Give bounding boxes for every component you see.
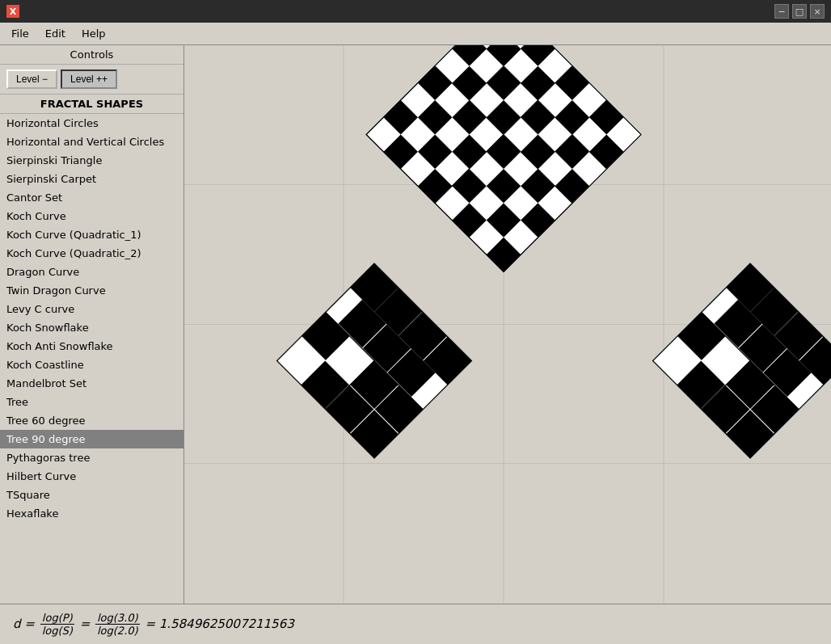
titlebar-controls: − □ × (774, 4, 825, 19)
content: Controls Level − Level ++ FRACTAL SHAPES… (0, 45, 831, 604)
fractal-item[interactable]: Horizontal Circles (0, 114, 183, 133)
fractal-item[interactable]: Koch Anti Snowflake (0, 337, 183, 356)
formula: d = log(P) log(S) = log(3.0) log(2.0) = … (13, 612, 294, 637)
fractal-item[interactable]: Levy C curve (0, 300, 183, 318)
close-button[interactable]: × (810, 4, 825, 19)
fractal-item[interactable]: Cantor Set (0, 188, 183, 207)
fractal-item[interactable]: Koch Coastline (0, 356, 183, 374)
menubar: File Edit Help (0, 23, 831, 45)
fractal-item[interactable]: Tree (0, 393, 183, 411)
fractal-item[interactable]: TSquare (0, 486, 183, 504)
fractal-display (184, 45, 831, 604)
fractal-item[interactable]: Tree 90 degree (0, 430, 183, 448)
fractal-item[interactable]: Pythagoras tree (0, 448, 183, 467)
fractal-item[interactable]: Tree 60 degree (0, 411, 183, 430)
fractal-list: Horizontal CirclesHorizontal and Vertica… (0, 114, 183, 604)
fractal-item[interactable]: Horizontal and Vertical Circles (0, 133, 183, 151)
fractal-shapes-title: FRACTAL SHAPES (0, 95, 183, 114)
fractal-item[interactable]: Sierpinski Carpet (0, 170, 183, 188)
fractal-item[interactable]: Koch Snowflake (0, 318, 183, 337)
menu-help[interactable]: Help (74, 24, 114, 43)
main: Controls Level − Level ++ FRACTAL SHAPES… (0, 45, 831, 644)
fractal-item[interactable]: Koch Curve (0, 207, 183, 225)
menu-edit[interactable]: Edit (37, 24, 74, 43)
level-minus-button[interactable]: Level − (6, 69, 57, 89)
menu-file[interactable]: File (3, 24, 37, 43)
level-plus-button[interactable]: Level ++ (61, 69, 117, 89)
fractal-item[interactable]: Dragon Curve (0, 263, 183, 281)
sidebar: Controls Level − Level ++ FRACTAL SHAPES… (0, 45, 184, 604)
titlebar: X − □ × (0, 0, 831, 23)
app-icon: X (6, 5, 19, 18)
canvas-area (184, 45, 831, 604)
fractal-item[interactable]: Koch Curve (Quadratic_1) (0, 225, 183, 244)
statusbar: d = log(P) log(S) = log(3.0) log(2.0) = … (0, 604, 831, 644)
fractal-item[interactable]: Mandelbrot Set (0, 374, 183, 393)
fractal-item[interactable]: Twin Dragon Curve (0, 281, 183, 300)
minimize-button[interactable]: − (774, 4, 789, 19)
fractal-item[interactable]: Hilbert Curve (0, 467, 183, 486)
maximize-button[interactable]: □ (792, 4, 807, 19)
fractal-item[interactable]: Koch Curve (Quadratic_2) (0, 244, 183, 263)
fractal-item[interactable]: Hexaflake (0, 504, 183, 523)
controls-label: Controls (0, 45, 183, 65)
level-buttons: Level − Level ++ (0, 65, 183, 95)
fractal-item[interactable]: Sierpinski Triangle (0, 151, 183, 170)
